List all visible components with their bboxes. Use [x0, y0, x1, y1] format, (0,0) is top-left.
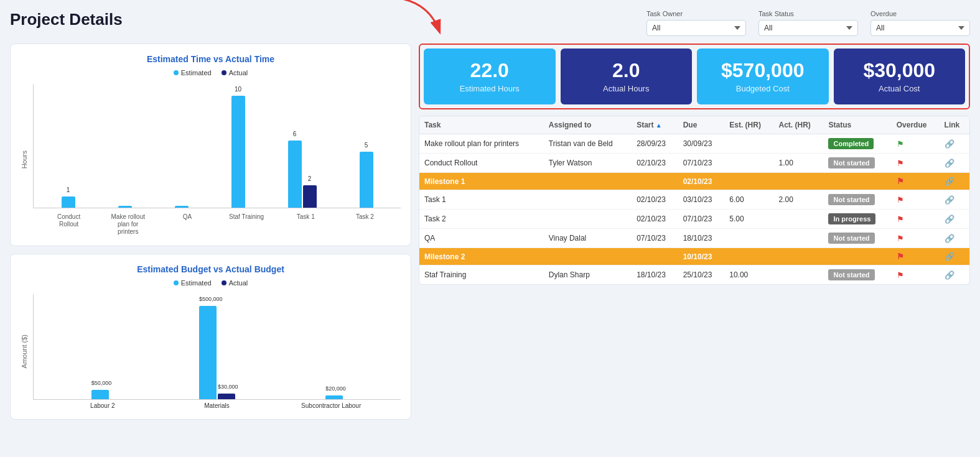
- estimated-bar: 1: [62, 196, 75, 208]
- task-name-cell: Milestone 2: [419, 248, 544, 265]
- bar-pair: 10: [231, 96, 245, 208]
- start-cell: 28/09/23: [632, 134, 678, 154]
- overdue-cell: ⚑: [892, 154, 940, 173]
- budget-chart-legend: Estimated Actual: [21, 279, 401, 287]
- budget-legend-estimated: Estimated: [174, 279, 212, 287]
- table-row: Milestone 1 02/10/23 ⚑ 🔗: [419, 173, 969, 190]
- link-icon[interactable]: 🔗: [945, 177, 954, 186]
- due-cell: 07/10/23: [678, 210, 725, 229]
- left-panel: Estimated Time vs Actual Time Estimated …: [10, 44, 411, 420]
- col-link: Link: [940, 116, 969, 134]
- act-cell: 1.00: [773, 154, 823, 173]
- time-y-axis-label: Hours: [21, 150, 28, 168]
- bar-pair: [175, 206, 189, 208]
- budget-estimated-dot: [174, 280, 179, 285]
- budget-legend-estimated-label: Estimated: [181, 279, 212, 287]
- overdue-select[interactable]: All: [870, 20, 970, 36]
- link-icon[interactable]: 🔗: [945, 234, 954, 243]
- start-cell: [632, 248, 678, 265]
- budget-y-axis-label: Amount ($): [21, 335, 28, 368]
- legend-estimated-label: Estimated: [181, 69, 212, 76]
- kpi-label-2: Budgeted Cost: [703, 84, 823, 93]
- link-cell[interactable]: 🔗: [940, 134, 969, 154]
- page-title: Project Details: [10, 10, 123, 29]
- link-icon[interactable]: 🔗: [945, 139, 954, 149]
- kpi-label-1: Actual Hours: [567, 84, 686, 93]
- link-icon[interactable]: 🔗: [945, 195, 954, 205]
- budget-actual-dot: [222, 280, 226, 285]
- bar-group: [118, 206, 132, 208]
- main-layout: Estimated Time vs Actual Time Estimated …: [10, 44, 970, 420]
- link-cell[interactable]: 🔗: [940, 190, 969, 210]
- start-cell: 02/10/23: [632, 190, 678, 210]
- bar-group: 10: [231, 96, 245, 208]
- due-cell: 25/10/23: [678, 265, 725, 285]
- bar-x-label: Conduct Rollout: [39, 213, 98, 236]
- bar-x-label: Staf Training: [217, 213, 276, 236]
- task-name-cell: Staf Training: [419, 265, 544, 285]
- col-act: Act. (HR): [773, 116, 823, 134]
- kpi-value-2: $570,000: [703, 60, 823, 81]
- red-arrow: [377, 0, 458, 40]
- budget-chart-title: Estimated Budget vs Actual Budget: [21, 264, 401, 274]
- page-container: Project Details Task Owner All Task Stat…: [0, 0, 980, 457]
- budget-actual-bar: $30,000: [218, 394, 235, 399]
- task-owner-label: Task Owner: [646, 10, 746, 17]
- red-flag-icon: ⚑: [897, 215, 904, 224]
- red-flag-icon: ⚑: [897, 270, 904, 280]
- time-chart-card: Estimated Time vs Actual Time Estimated …: [10, 44, 411, 246]
- link-icon[interactable]: 🔗: [945, 270, 954, 280]
- table-row: Task 2 02/10/23 07/10/23 5.00 In progres…: [419, 210, 969, 229]
- assigned-cell: Vinay Dalal: [544, 229, 632, 248]
- act-cell: [773, 134, 823, 154]
- link-cell[interactable]: 🔗: [940, 210, 969, 229]
- link-icon[interactable]: 🔗: [945, 215, 954, 224]
- kpi-card-0: 22.0 Estimated Hours: [424, 48, 556, 104]
- table-header: Task Assigned to Start ▲ Due Est. (HR) A…: [419, 116, 969, 134]
- budget-x-label: Materials: [160, 402, 274, 409]
- overdue-cell: ⚑: [892, 210, 940, 229]
- task-table-body: Make rollout plan for printers Tristan v…: [419, 134, 969, 285]
- link-cell[interactable]: 🔗: [940, 154, 969, 173]
- link-cell[interactable]: 🔗: [940, 173, 969, 190]
- red-flag-icon: ⚑: [897, 159, 904, 168]
- act-cell: [773, 229, 823, 248]
- status-cell: [823, 173, 891, 190]
- bar-top-label: 1: [62, 187, 75, 193]
- act-cell: 2.00: [773, 190, 823, 210]
- bar-top-label: 6: [288, 131, 302, 137]
- bar-group: 1: [62, 196, 75, 208]
- start-cell: 02/10/23: [632, 154, 678, 173]
- task-owner-select[interactable]: All: [646, 20, 746, 36]
- due-cell: 10/10/23: [678, 248, 725, 265]
- link-cell[interactable]: 🔗: [940, 248, 969, 265]
- bar-x-label: Task 2: [335, 213, 394, 236]
- bar-group: 5: [360, 152, 373, 208]
- filters-row: Task Owner All Task Status All Overdue A…: [646, 10, 970, 36]
- act-cell: [773, 248, 823, 265]
- red-flag-icon: ⚑: [897, 177, 904, 186]
- due-cell: 07/10/23: [678, 154, 725, 173]
- budget-bar-group: $500,000$30,000: [199, 306, 235, 399]
- act-cell: [773, 265, 823, 285]
- due-cell: 30/09/23: [678, 134, 725, 154]
- sort-arrow[interactable]: ▲: [656, 122, 662, 129]
- red-flag-icon: ⚑: [897, 195, 904, 205]
- link-icon[interactable]: 🔗: [945, 159, 954, 168]
- start-cell: 18/10/23: [632, 265, 678, 285]
- bar-top-label: 5: [360, 142, 373, 149]
- col-status: Status: [823, 116, 891, 134]
- link-cell[interactable]: 🔗: [940, 229, 969, 248]
- col-task: Task: [419, 116, 544, 134]
- link-icon[interactable]: 🔗: [945, 252, 954, 261]
- assigned-cell: Tyler Watson: [544, 154, 632, 173]
- overdue-cell: ⚑: [892, 229, 940, 248]
- kpi-value-0: 22.0: [430, 60, 549, 81]
- link-cell[interactable]: 🔗: [940, 265, 969, 285]
- task-status-select[interactable]: All: [758, 20, 858, 36]
- estimated-bar: 5: [360, 152, 373, 208]
- est-cell: 5.00: [724, 210, 773, 229]
- kpi-value-1: 2.0: [567, 60, 686, 81]
- budget-bar-pair: $20,000: [325, 395, 343, 399]
- bar-top-label: $20,000: [325, 385, 343, 392]
